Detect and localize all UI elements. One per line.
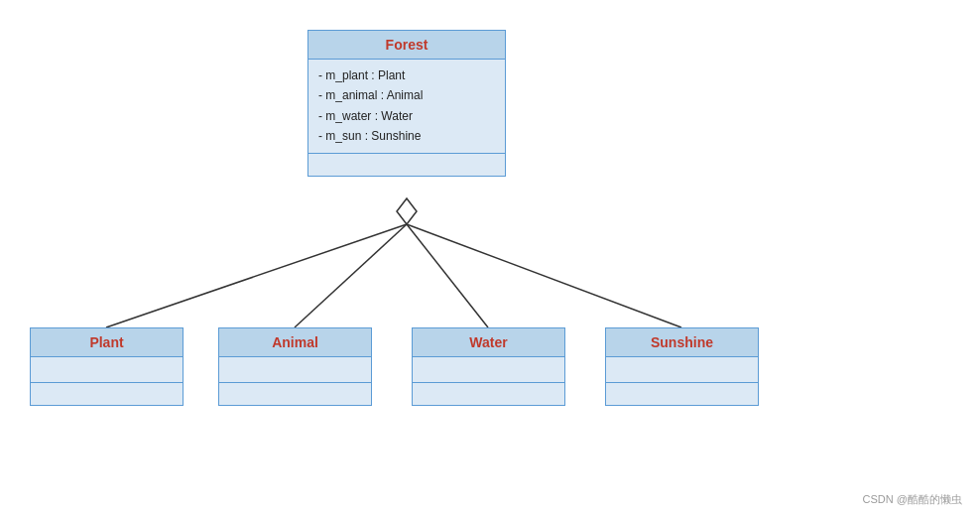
sunshine-class-footer	[606, 383, 758, 405]
animal-class-name: Animal	[272, 334, 318, 350]
plant-class: Plant	[30, 327, 184, 406]
connector-sunshine	[407, 224, 681, 327]
forest-attr-1: - m_plant : Plant	[318, 65, 495, 85]
forest-attr-3: - m_water : Water	[318, 106, 495, 126]
connector-water	[407, 224, 488, 327]
water-class-body	[413, 357, 564, 383]
water-class-footer	[413, 383, 564, 405]
plant-class-header: Plant	[31, 328, 183, 357]
animal-class-body	[219, 357, 371, 383]
connector-animal	[295, 224, 407, 327]
sunshine-class-name: Sunshine	[651, 334, 713, 350]
forest-attr-4: - m_sun : Sunshine	[318, 126, 495, 146]
water-class-header: Water	[413, 328, 564, 357]
plant-class-body	[31, 357, 183, 383]
forest-class-body: - m_plant : Plant - m_animal : Animal - …	[308, 60, 505, 154]
forest-class-name: Forest	[386, 37, 429, 53]
forest-class-header: Forest	[308, 31, 505, 60]
connector-plant	[106, 224, 407, 327]
plant-class-footer	[31, 383, 183, 405]
aggregation-diamond	[397, 198, 417, 224]
forest-attr-2: - m_animal : Animal	[318, 85, 495, 105]
animal-class-header: Animal	[219, 328, 371, 357]
sunshine-class-body	[606, 357, 758, 383]
water-class-name: Water	[469, 334, 507, 350]
animal-class: Animal	[218, 327, 372, 406]
sunshine-class: Sunshine	[605, 327, 759, 406]
sunshine-class-header: Sunshine	[606, 328, 758, 357]
diagram-container: Forest - m_plant : Plant - m_animal : An…	[0, 0, 980, 517]
plant-class-name: Plant	[89, 334, 123, 350]
animal-class-footer	[219, 383, 371, 405]
forest-class: Forest - m_plant : Plant - m_animal : An…	[307, 30, 506, 177]
water-class: Water	[412, 327, 565, 406]
forest-class-footer	[308, 154, 505, 176]
watermark: CSDN @酷酷的懒虫	[863, 492, 962, 507]
